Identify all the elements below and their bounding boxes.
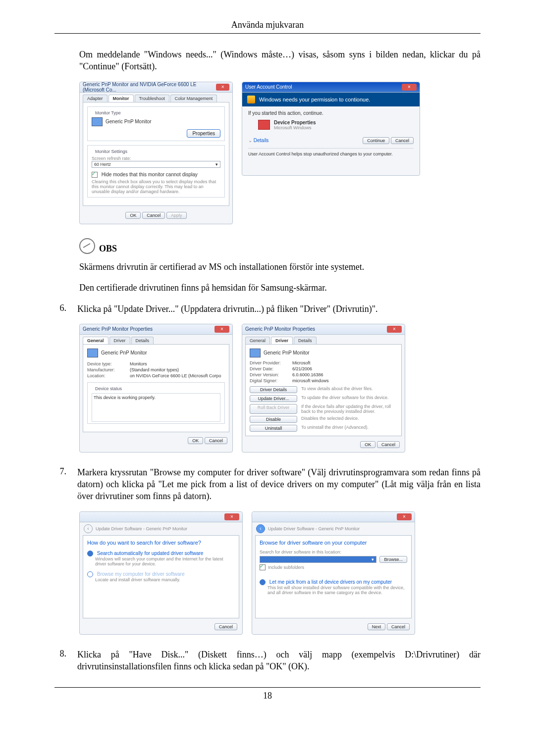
step-text: Markera kryssrutan "Browse my computer f… [77,466,481,503]
driver-details-button[interactable]: Driver Details [250,386,297,393]
monitor-icon [87,349,98,357]
window-title: Generic PnP Monitor and NVIDIA GeForce 6… [83,82,216,93]
step-number: 6. [54,303,66,315]
location-value: on NVIDIA GeForce 6600 LE (Microsoft Cor… [130,373,221,378]
titlebar: Generic PnP Monitor and NVIDIA GeForce 6… [80,82,232,93]
breadcrumb: Update Driver Software - Generic PnP Mon… [96,526,187,531]
program-publisher: Microsoft Windows [274,125,316,130]
back-icon[interactable]: ‹ [84,524,93,533]
date-label: Driver Date: [250,366,289,371]
cancel-button[interactable]: Cancel [391,137,414,144]
refresh-rate-select[interactable]: 60 Hertz ▾ [92,161,220,168]
ok-button[interactable]: OK [188,437,203,444]
close-icon[interactable]: × [402,84,417,91]
back-icon[interactable]: ‹ [256,524,265,533]
uac-dialog: User Account Control × Windows needs you… [242,82,420,176]
pick-from-list-radio[interactable] [260,579,266,585]
shield-icon [247,96,255,103]
step-8: 8. Klicka på "Have Disk..." (Diskett fin… [54,649,481,673]
device-name: Generic PnP Monitor [264,350,310,355]
location-label: Location: [87,373,127,378]
disable-button[interactable]: Disable [250,416,297,423]
tab-general[interactable]: General [83,337,108,344]
tab-color-management[interactable]: Color Management [170,95,217,102]
hide-modes-label: Hide modes that this monitor cannot disp… [102,172,198,177]
close-icon[interactable]: × [387,326,402,333]
properties-button[interactable]: Properties [187,129,220,138]
include-subfolders-checkbox[interactable] [260,564,266,570]
obs-line-2: Den certifierade drivrutinen finns på he… [79,282,481,294]
browse-radio[interactable] [87,571,93,577]
close-icon[interactable]: × [214,326,229,333]
cancel-button[interactable]: Cancel [377,441,400,448]
tab-details[interactable]: Details [294,337,317,344]
rollback-button: Roll Back Driver [250,404,297,414]
uac-banner: Windows needs your permission to contion… [242,93,420,106]
tab-driver[interactable]: Driver [109,337,130,344]
tab-details[interactable]: Details [131,337,154,344]
figure-row-1: Generic PnP Monitor and NVIDIA GeForce 6… [79,82,481,224]
uninstall-desc: To uninstall the driver (Advanced). [301,425,397,432]
step-number: 7. [54,466,66,503]
cancel-button[interactable]: Cancel [387,623,410,630]
ok-button[interactable]: OK [125,212,141,219]
tab-adapter[interactable]: Adapter [83,95,107,102]
tab-monitor[interactable]: Monitor [108,95,134,102]
refresh-rate-value: 60 Hertz [94,162,111,167]
cancel-button[interactable]: Cancel [205,437,227,444]
browse-desc: Locate and install driver software manua… [95,577,235,582]
version-value: 6.0.6000.16386 [292,372,323,377]
hide-modes-checkbox[interactable] [92,172,98,178]
devtype-value: Monitors [130,361,147,366]
signer-value: microsoft windows [292,378,329,383]
date-value: 6/21/2006 [292,366,312,371]
search-auto-title[interactable]: Search automatically for updated driver … [97,551,204,556]
uac-footer-text: User Account Control helps stop unauthor… [248,148,414,156]
figure-row-3: × ‹ Update Driver Software - Generic PnP… [79,511,481,635]
obs-line-1: Skärmens drivrutin är certifierad av MS … [79,261,481,273]
monitor-type-legend: Monitor Type [94,110,122,115]
cancel-button[interactable]: Cancel [142,212,165,219]
ok-button[interactable]: OK [360,441,375,448]
pick-from-list-title[interactable]: Let me pick from a list of device driver… [269,579,392,585]
tab-driver[interactable]: Driver [271,337,293,344]
close-icon[interactable]: × [224,513,239,520]
path-combobox[interactable]: ▾ [260,556,376,563]
update-wizard-search: × ‹ Update Driver Software - Generic PnP… [79,511,243,635]
device-status-text: This device is working properly. [92,393,220,422]
footer-rule [54,687,481,688]
device-name: Generic PnP Monitor [101,350,147,355]
device-status-legend: Device status [94,386,123,391]
tab-troubleshoot[interactable]: Troubleshoot [135,95,169,102]
continue-button[interactable]: Continue [363,137,389,144]
update-driver-desc: To update the driver software for this d… [301,395,397,402]
close-icon[interactable]: × [397,513,412,520]
monitor-icon [92,117,103,126]
apply-button: Apply [166,212,187,219]
titlebar: Generic PnP Monitor Properties × [242,324,405,335]
program-name: Device Properties [274,120,316,125]
driver-props-driver: Generic PnP Monitor Properties × General… [242,324,405,453]
devtype-label: Device type: [87,361,127,366]
provider-value: Microsoft [292,360,311,365]
refresh-rate-label: Screen refresh rate: [92,156,220,161]
page-number: 18 [54,691,481,701]
search-auto-radio[interactable] [87,551,93,556]
step-6: 6. Klicka på "Update Driver..." (Uppdate… [54,303,481,315]
next-button[interactable]: Next [368,623,386,630]
details-link[interactable]: Details [254,138,269,143]
uac-started-text: If you started this action, continue. [248,110,414,116]
browse-button[interactable]: Browse... [379,556,407,563]
browse-title[interactable]: Browse my computer for driver software [97,571,185,577]
window-title: Generic PnP Monitor Properties [83,326,153,332]
close-icon[interactable]: × [216,84,229,91]
tab-general[interactable]: General [245,337,270,344]
update-driver-button[interactable]: Update Driver... [250,395,297,402]
disable-desc: Disables the selected device. [301,416,397,423]
cancel-button[interactable]: Cancel [214,623,237,630]
uninstall-button[interactable]: Uninstall [250,425,297,432]
header-rule [54,33,481,34]
monitor-settings-legend: Monitor Settings [94,149,129,154]
manufacturer-label: Manufacturer: [87,367,127,372]
step-7: 7. Markera kryssrutan "Browse my compute… [54,466,481,503]
